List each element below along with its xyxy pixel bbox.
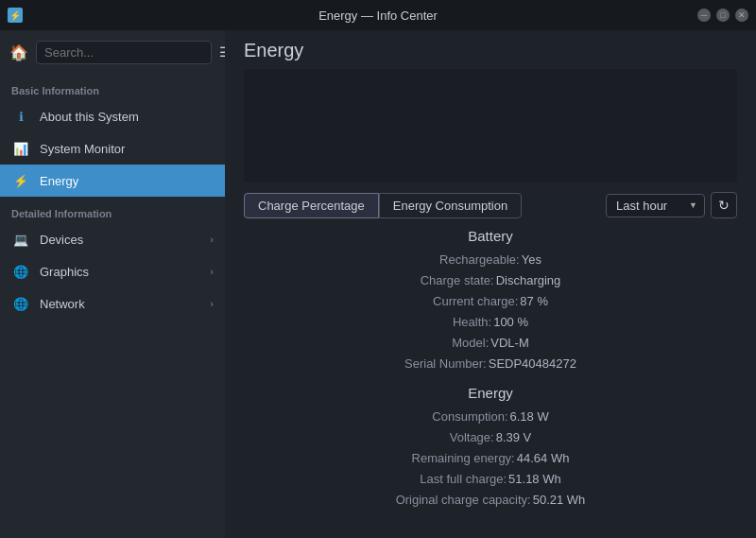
chevron-right-icon-2: › <box>210 266 214 277</box>
battery-section: Battery Rechargeable: Yes Charge state: … <box>244 228 737 375</box>
sidebar-item-energy[interactable]: ⚡ Energy <box>0 165 225 197</box>
tab-energy-consumption[interactable]: Energy Consumption <box>379 193 522 218</box>
chevron-right-icon: › <box>210 234 214 245</box>
remaining-label: Remaining energy: <box>412 448 515 469</box>
charge-state-label: Charge state: <box>421 270 494 291</box>
original-value: 50.21 Wh <box>533 490 586 511</box>
system-monitor-icon: 📊 <box>11 139 30 158</box>
chevron-right-icon-3: › <box>210 298 214 309</box>
sidebar-item-graphics[interactable]: 🌐 Graphics › <box>0 255 225 287</box>
model-value: VDL-M <box>490 333 528 354</box>
sidebar-item-label-devices: Devices <box>40 233 83 247</box>
rechargeable-value: Yes <box>522 250 541 270</box>
consumption-label: Consumption: <box>432 407 507 427</box>
main-layout: 🏠 ☰ Basic Information ℹ About this Syste… <box>0 30 756 538</box>
sidebar-item-network[interactable]: 🌐 Network › <box>0 287 225 320</box>
sidebar-item-label-energy: Energy <box>40 174 78 188</box>
charge-state-value: Discharging <box>496 270 561 291</box>
titlebar-title: Energy — Info Center <box>318 9 438 23</box>
search-input[interactable] <box>36 41 212 64</box>
window-controls: ─ □ ✕ <box>697 9 748 22</box>
battery-row-rechargeable: Rechargeable: Yes <box>244 250 737 270</box>
sidebar-item-system-monitor[interactable]: 📊 System Monitor <box>0 132 225 165</box>
model-label: Model: <box>452 333 489 354</box>
energy-row-consumption: Consumption: 6.18 W <box>244 407 737 427</box>
home-button[interactable]: 🏠 <box>9 38 28 66</box>
time-select-wrap: Last hour Last day Last week Last month … <box>606 194 705 217</box>
app-icon: ⚡ <box>8 8 23 23</box>
energy-row-remaining: Remaining energy: 44.64 Wh <box>244 448 737 469</box>
battery-row-current-charge: Current charge: 87 % <box>244 291 737 312</box>
rechargeable-label: Rechargeable: <box>439 250 520 270</box>
sidebar-item-devices[interactable]: 💻 Devices › <box>0 223 225 255</box>
energy-row-original: Original charge capacity: 50.21 Wh <box>244 490 737 511</box>
health-label: Health: <box>453 312 491 333</box>
tab-bar: Charge Percentage Energy Consumption Las… <box>225 182 756 228</box>
current-charge-value: 87 % <box>520 291 548 312</box>
time-select[interactable]: Last hour Last day Last week Last month … <box>606 194 705 217</box>
health-value: 100 % <box>493 312 528 333</box>
titlebar: ⚡ Energy — Info Center ─ □ ✕ <box>0 0 756 30</box>
battery-section-title: Battery <box>244 228 737 244</box>
sidebar-item-label-about: About this System <box>40 110 139 124</box>
page-title: Energy <box>225 30 756 69</box>
refresh-button[interactable]: ↻ <box>711 192 737 218</box>
maximize-button[interactable]: □ <box>716 9 730 22</box>
current-charge-label: Current charge: <box>433 291 518 312</box>
last-full-value: 51.18 Wh <box>508 469 561 490</box>
voltage-value: 8.39 V <box>496 427 532 448</box>
sidebar-item-label-network: Network <box>40 297 85 311</box>
battery-row-charge-state: Charge state: Discharging <box>244 270 737 291</box>
graphics-icon: 🌐 <box>11 262 30 281</box>
original-label: Original charge capacity: <box>396 490 531 511</box>
sidebar-item-about[interactable]: ℹ About this System <box>0 100 225 132</box>
battery-row-health: Health: 100 % <box>244 312 737 333</box>
serial-value: SEDP40484272 <box>489 354 576 374</box>
about-icon: ℹ <box>11 107 30 126</box>
remaining-value: 44.64 Wh <box>517 448 570 469</box>
section-label-basic: Basic Information <box>0 74 225 100</box>
consumption-value: 6.18 W <box>510 407 549 427</box>
battery-row-model: Model: VDL-M <box>244 333 737 354</box>
energy-row-voltage: Voltage: 8.39 V <box>244 427 737 448</box>
voltage-label: Voltage: <box>450 427 494 448</box>
energy-row-last-full: Last full charge: 51.18 Wh <box>244 469 737 490</box>
devices-icon: 💻 <box>11 230 30 249</box>
energy-section-title: Energy <box>244 385 737 401</box>
tab-charge-percentage[interactable]: Charge Percentage <box>244 193 379 218</box>
serial-label: Serial Number: <box>404 354 487 374</box>
content-area: Energy Charge Percentage Energy Consumpt… <box>225 30 756 538</box>
info-content: Battery Rechargeable: Yes Charge state: … <box>225 228 756 538</box>
sidebar-item-label-system-monitor: System Monitor <box>40 142 125 156</box>
close-button[interactable]: ✕ <box>735 9 748 22</box>
energy-section: Energy Consumption: 6.18 W Voltage: 8.39… <box>244 385 737 511</box>
minimize-button[interactable]: ─ <box>697 9 711 22</box>
sidebar-item-label-graphics: Graphics <box>40 265 89 279</box>
section-label-detailed: Detailed Information <box>0 197 225 223</box>
chart-area <box>244 69 737 182</box>
sidebar-header: 🏠 ☰ <box>0 30 225 74</box>
battery-row-serial: Serial Number: SEDP40484272 <box>244 354 737 374</box>
last-full-label: Last full charge: <box>420 469 507 490</box>
energy-icon: ⚡ <box>11 171 30 190</box>
sidebar: 🏠 ☰ Basic Information ℹ About this Syste… <box>0 30 225 538</box>
time-controls: Last hour Last day Last week Last month … <box>606 192 737 218</box>
network-icon: 🌐 <box>11 294 30 313</box>
